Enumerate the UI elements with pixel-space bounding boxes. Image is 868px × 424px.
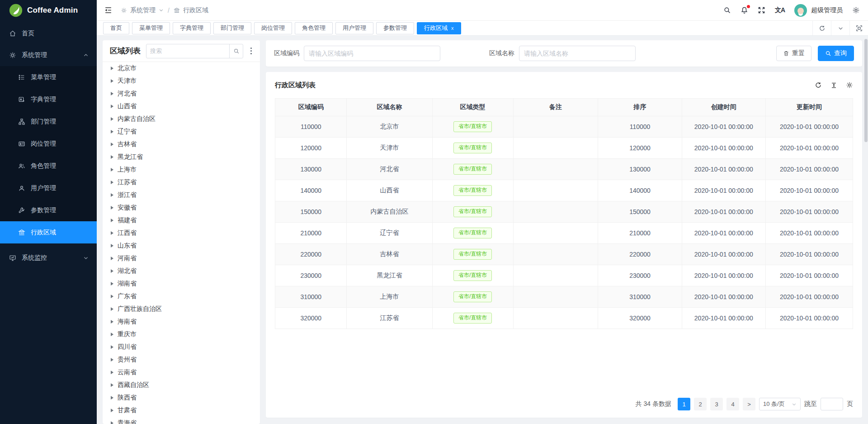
- tree-item[interactable]: 甘肃省: [103, 404, 260, 417]
- jump-to-page-input[interactable]: [821, 398, 843, 410]
- table-row[interactable]: 130000 河北省 省市/直辖市 130000 2020-10-01 00:0…: [275, 159, 853, 180]
- sidebar-item-home[interactable]: 首页: [0, 23, 97, 44]
- tree-item[interactable]: 贵州省: [103, 353, 260, 366]
- tree-item[interactable]: 江苏省: [103, 176, 260, 189]
- sidebar-item-administrative-region[interactable]: 行政区域: [0, 221, 97, 243]
- tab-role-management[interactable]: 角色管理: [295, 22, 333, 34]
- sidebar-item-department-management[interactable]: 部门管理: [0, 110, 97, 133]
- caret-right-icon[interactable]: [111, 320, 113, 324]
- fullscreen-icon[interactable]: [758, 6, 765, 14]
- menu-fold-icon[interactable]: [104, 6, 113, 14]
- tab-user-management[interactable]: 用户管理: [335, 22, 373, 34]
- caret-right-icon[interactable]: [111, 257, 113, 260]
- translate-icon[interactable]: 文A: [775, 6, 785, 14]
- table-row[interactable]: 150000 内蒙古自治区 省市/直辖市 150000 2020-10-01 0…: [275, 201, 853, 223]
- caret-right-icon[interactable]: [111, 79, 113, 83]
- caret-right-icon[interactable]: [111, 143, 113, 146]
- table-row[interactable]: 310000 上海市 省市/直辖市 310000 2020-10-01 00:0…: [275, 286, 853, 308]
- tree-item[interactable]: 湖南省: [103, 277, 260, 290]
- tree-item[interactable]: 广西壮族自治区: [103, 303, 260, 315]
- page-scrollbar[interactable]: [864, 3, 868, 421]
- page-button-3[interactable]: 3: [710, 398, 723, 410]
- caret-right-icon[interactable]: [111, 206, 113, 210]
- search-icon[interactable]: [229, 44, 243, 58]
- tree-item[interactable]: 福建省: [103, 214, 260, 227]
- caret-right-icon[interactable]: [111, 155, 113, 159]
- reset-button[interactable]: 重置: [776, 46, 811, 61]
- table-row[interactable]: 140000 山西省 省市/直辖市 140000 2020-10-01 00:0…: [275, 180, 853, 201]
- tab-dictionary-management[interactable]: 字典管理: [173, 22, 211, 34]
- tree-item[interactable]: 山东省: [103, 239, 260, 252]
- tab-administrative-region[interactable]: 行政区域 x: [417, 22, 461, 34]
- tree-item[interactable]: 海南省: [103, 315, 260, 328]
- tree-item[interactable]: 河北省: [103, 87, 260, 100]
- caret-right-icon[interactable]: [111, 383, 113, 387]
- sidebar-item-user-management[interactable]: 用户管理: [0, 177, 97, 199]
- caret-right-icon[interactable]: [111, 130, 113, 133]
- sidebar-item-dictionary-management[interactable]: 字典管理: [0, 88, 97, 110]
- tree-item[interactable]: 天津市: [103, 75, 260, 87]
- table-row[interactable]: 120000 天津市 省市/直辖市 120000 2020-10-01 00:0…: [275, 138, 853, 159]
- tree-item[interactable]: 陕西省: [103, 391, 260, 404]
- caret-right-icon[interactable]: [111, 345, 113, 349]
- sidebar-item-system-monitor[interactable]: 系统监控: [0, 247, 97, 269]
- caret-right-icon[interactable]: [111, 92, 113, 95]
- tab-close-icon[interactable]: x: [451, 25, 454, 31]
- tab-menu-management[interactable]: 菜单管理: [132, 22, 170, 34]
- caret-right-icon[interactable]: [111, 117, 113, 121]
- tree-item[interactable]: 黑龙江省: [103, 151, 260, 163]
- caret-right-icon[interactable]: [111, 396, 113, 400]
- page-button-1[interactable]: 1: [678, 398, 690, 410]
- tree-search-input[interactable]: [146, 48, 229, 54]
- tree-item[interactable]: 四川省: [103, 341, 260, 353]
- breadcrumb-parent[interactable]: 系统管理: [130, 6, 156, 14]
- page-button-4[interactable]: 4: [726, 398, 739, 410]
- tree-item[interactable]: 安徽省: [103, 201, 260, 214]
- next-page-button[interactable]: >: [743, 398, 755, 410]
- tab-post-management[interactable]: 岗位管理: [254, 22, 292, 34]
- caret-right-icon[interactable]: [111, 409, 113, 412]
- region-code-input[interactable]: [304, 46, 440, 61]
- table-row[interactable]: 230000 黑龙江省 省市/直辖市 230000 2020-10-01 00:…: [275, 265, 853, 286]
- app-logo[interactable]: Coffee Admin: [0, 0, 97, 21]
- sidebar-item-role-management[interactable]: 角色管理: [0, 155, 97, 177]
- tree-item[interactable]: 江西省: [103, 227, 260, 239]
- caret-right-icon[interactable]: [111, 295, 113, 298]
- tab-home[interactable]: 首页: [103, 22, 129, 34]
- row-density-icon[interactable]: [830, 82, 837, 89]
- caret-right-icon[interactable]: [111, 269, 113, 273]
- kebab-menu-icon[interactable]: [247, 48, 255, 54]
- page-button-2[interactable]: 2: [694, 398, 707, 410]
- caret-right-icon[interactable]: [111, 219, 113, 222]
- caret-right-icon[interactable]: [111, 244, 113, 248]
- tree-item[interactable]: 湖北省: [103, 265, 260, 277]
- tab-parameter-management[interactable]: 参数管理: [376, 22, 414, 34]
- caret-right-icon[interactable]: [111, 168, 113, 172]
- chevron-down-icon[interactable]: [831, 21, 849, 35]
- tree-item[interactable]: 内蒙古自治区: [103, 113, 260, 125]
- caret-right-icon[interactable]: [111, 307, 113, 311]
- sidebar-item-post-management[interactable]: 岗位管理: [0, 133, 97, 155]
- tab-department-management[interactable]: 部门管理: [213, 22, 251, 34]
- sidebar-item-parameter-management[interactable]: 参数管理: [0, 199, 97, 221]
- region-name-input[interactable]: [519, 46, 636, 61]
- caret-right-icon[interactable]: [111, 282, 113, 286]
- caret-right-icon[interactable]: [111, 67, 113, 70]
- tree-item[interactable]: 北京市: [103, 62, 260, 75]
- refresh-icon[interactable]: [815, 81, 822, 89]
- tree-item[interactable]: 吉林省: [103, 138, 260, 151]
- caret-right-icon[interactable]: [111, 371, 113, 374]
- page-size-select[interactable]: 10 条/页: [759, 398, 801, 410]
- column-settings-gear-icon[interactable]: [846, 81, 853, 89]
- refresh-icon[interactable]: [812, 21, 831, 35]
- sidebar-item-menu-management[interactable]: 菜单管理: [0, 66, 97, 88]
- query-button[interactable]: 查询: [818, 46, 854, 61]
- sidebar-item-system-management[interactable]: 系统管理: [0, 44, 97, 66]
- tree-item[interactable]: 云南省: [103, 366, 260, 379]
- settings-gear-icon[interactable]: [852, 6, 860, 14]
- caret-right-icon[interactable]: [111, 231, 113, 235]
- scrollbar-thumb[interactable]: [864, 39, 868, 142]
- tree-item[interactable]: 上海市: [103, 163, 260, 176]
- search-icon[interactable]: [723, 6, 731, 14]
- caret-right-icon[interactable]: [111, 193, 113, 197]
